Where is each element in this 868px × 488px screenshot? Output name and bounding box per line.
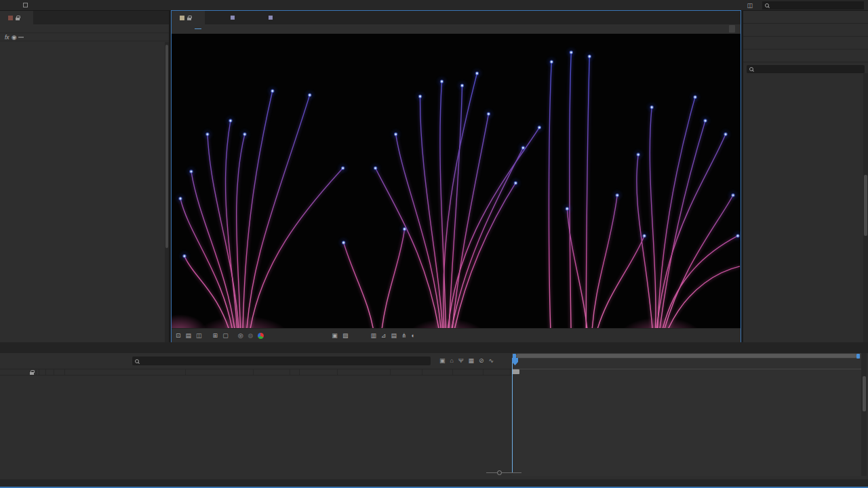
timeline-topbar: ▣ ⌂ Ψ ▦ ⊘ ∿ <box>0 353 512 369</box>
show-snapshot-icon[interactable]: ◍ <box>248 332 254 339</box>
composition-breadcrumb <box>172 24 741 34</box>
after-effects-window: ◫ fx ◉ <box>0 0 868 488</box>
show-channels-icon[interactable] <box>258 333 264 339</box>
graph-editor-icon[interactable]: ∿ <box>489 357 494 364</box>
comp-icon <box>180 16 184 20</box>
timeline-column-headers <box>0 369 512 375</box>
layer-name-column[interactable] <box>65 369 186 375</box>
search-icon <box>135 359 139 363</box>
composition-marker[interactable] <box>512 369 519 374</box>
timeline-search-box[interactable] <box>132 357 431 365</box>
tab-layer-viewer[interactable] <box>225 11 243 24</box>
effects-presets-search-input[interactable] <box>755 66 850 73</box>
workspace-bar: ◫ <box>728 1 868 9</box>
mask-visibility-icon[interactable]: ▢ <box>222 332 229 339</box>
composition-panel: ⊡ ▤ ◫ ⊞ ▢ ◎ ◍ ▣ ▨ <box>172 11 741 342</box>
trkmat-column[interactable] <box>300 369 338 375</box>
out-column[interactable] <box>422 369 453 375</box>
search-icon <box>765 3 769 7</box>
effect-controls-scrollbar[interactable] <box>165 42 169 342</box>
number-column <box>54 369 65 375</box>
panel-header-audio[interactable] <box>743 24 868 37</box>
share-frame-icon[interactable]: ◫ <box>196 332 202 339</box>
navigator-end-handle[interactable] <box>856 354 860 359</box>
timeline-graph-area[interactable] <box>512 353 861 476</box>
effects-presets-search[interactable] <box>747 65 865 73</box>
footage-icon <box>269 16 273 20</box>
draft-3d-icon[interactable]: ⌂ <box>450 357 454 364</box>
snapshot-icon[interactable]: ◎ <box>238 332 243 339</box>
tab-footage-viewer[interactable] <box>263 11 281 24</box>
fx-badge-icon: fx <box>5 34 9 41</box>
reset-exposure-icon[interactable]: ◐ <box>412 332 415 339</box>
duration-column[interactable] <box>453 369 484 375</box>
effect-controls-tabstrip <box>0 11 169 24</box>
pixel-aspect-correction-icon[interactable]: ▥ <box>370 332 376 339</box>
composition-viewport[interactable] <box>172 34 741 328</box>
effects-presets-scrollbar[interactable] <box>863 73 868 342</box>
right-dock <box>742 11 868 342</box>
timeline-button-icon[interactable]: ▤ <box>391 332 397 339</box>
hide-shy-layers-icon[interactable]: Ψ <box>458 357 464 364</box>
viewer-toolbar: ⊡ ▤ ◫ ⊞ ▢ ◎ ◍ ▣ ▨ <box>172 328 741 342</box>
effect-header-row: fx ◉ <box>0 33 169 41</box>
renderer-value[interactable] <box>729 25 735 33</box>
search-help-input[interactable] <box>772 2 853 8</box>
mode-column[interactable] <box>254 369 290 375</box>
tab-effect-controls[interactable] <box>0 11 33 24</box>
breadcrumb-item-active[interactable] <box>195 28 201 29</box>
tab-project[interactable] <box>33 11 44 24</box>
panel-header-effects-presets[interactable] <box>743 49 868 62</box>
motion-blur-icon[interactable]: ⊘ <box>479 357 484 364</box>
primary-viewer-icon[interactable]: ▤ <box>186 332 192 339</box>
transparency-grid-icon[interactable]: ▨ <box>342 332 349 339</box>
frame-blending-icon[interactable]: ▦ <box>468 357 474 364</box>
playhead-line <box>512 359 513 472</box>
label-column <box>46 369 54 375</box>
navigator-start-handle[interactable] <box>513 354 516 359</box>
timeline-tabstrip <box>0 342 868 353</box>
viewer-tabstrip <box>172 11 741 24</box>
particle-render <box>172 34 741 328</box>
parent-link-column[interactable] <box>338 369 391 375</box>
panel-header-preview[interactable] <box>743 37 868 49</box>
panel-header-info[interactable] <box>743 11 868 24</box>
fast-previews-icon[interactable]: ⊿ <box>381 332 387 339</box>
snapping-toggle[interactable] <box>23 3 31 7</box>
time-navigator[interactable] <box>512 353 861 359</box>
panel-icon <box>8 16 13 20</box>
tab-composition[interactable] <box>172 11 205 24</box>
effect-icon: ◉ <box>12 34 17 41</box>
effect-parameters-list <box>0 42 165 342</box>
lock-column-icon <box>30 372 34 375</box>
grid-guides-icon[interactable]: ⊞ <box>213 332 218 339</box>
zoom-slider-knob[interactable] <box>497 470 502 475</box>
stretch-column[interactable] <box>484 369 511 375</box>
snapping-checkbox[interactable] <box>23 3 28 7</box>
always-preview-icon[interactable]: ⊡ <box>176 332 181 339</box>
region-of-interest-icon[interactable]: ▣ <box>332 332 338 339</box>
preserve-transparency-column[interactable] <box>290 369 300 375</box>
search-icon <box>749 67 753 71</box>
lock-icon <box>16 18 20 20</box>
time-ruler[interactable] <box>512 359 861 369</box>
timeline-panel: ▣ ⌂ Ψ ▦ ⊘ ∿ <box>0 342 868 479</box>
effect-controls-panel: fx ◉ <box>0 11 170 342</box>
flowchart-button-icon[interactable]: ⋔ <box>401 332 407 339</box>
timeline-search-input[interactable] <box>141 358 399 364</box>
effect-name[interactable] <box>18 37 24 38</box>
in-column[interactable] <box>391 369 422 375</box>
timeline-zoom-control[interactable] <box>483 472 525 473</box>
effect-controls-subtitle <box>0 24 169 33</box>
search-help-box[interactable] <box>762 1 864 9</box>
lock-icon <box>187 18 191 20</box>
workspace-manager-icon[interactable]: ◫ <box>747 2 753 9</box>
composition-mini-flowchart-icon[interactable]: ▣ <box>439 357 446 364</box>
layer-icon <box>231 16 235 20</box>
timeline-vscrollbar[interactable] <box>861 353 867 476</box>
main-toolbar: ◫ <box>0 0 868 11</box>
